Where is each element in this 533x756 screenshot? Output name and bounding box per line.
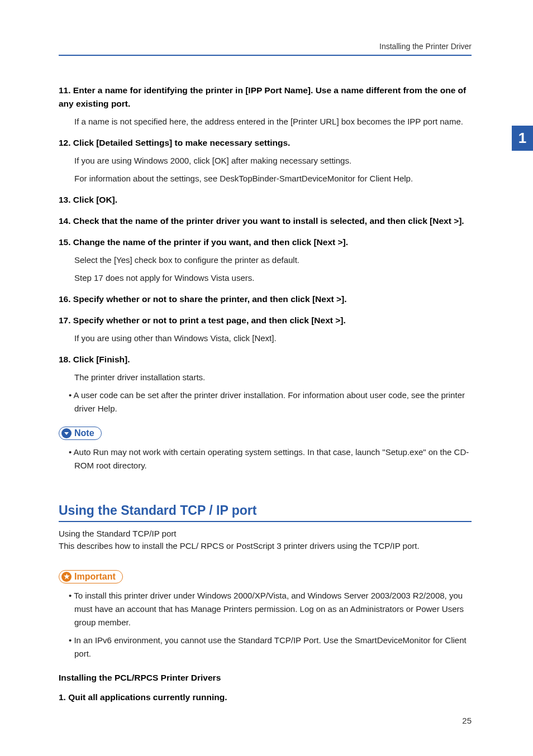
important-label: Important bbox=[74, 572, 116, 582]
step-11: 11. Enter a name for identifying the pri… bbox=[59, 84, 472, 111]
step-1-new: 1. Quit all applications currently runni… bbox=[59, 691, 472, 704]
step-15-body2: Step 17 does not apply for Windows Vista… bbox=[74, 271, 472, 285]
important-bullet2: • In an IPv6 environment, you cannot use… bbox=[69, 634, 472, 661]
chapter-tab: 1 bbox=[512, 126, 533, 151]
page-number: 25 bbox=[462, 716, 472, 725]
step-12: 12. Click [Detailed Settings] to make ne… bbox=[59, 136, 472, 150]
main-content: 11. Enter a name for identifying the pri… bbox=[59, 84, 472, 704]
important-callout: Important bbox=[59, 570, 123, 583]
section-line1: Using the Standard TCP/IP port bbox=[59, 528, 472, 540]
section-line2: This describes how to install the PCL/ R… bbox=[59, 540, 472, 552]
step-13: 13. Click [OK]. bbox=[59, 193, 472, 207]
sub-heading: Installing the PCL/RPCS Printer Drivers bbox=[59, 673, 472, 683]
step-15-body1: Select the [Yes] check box to configure … bbox=[74, 253, 472, 267]
star-icon bbox=[61, 572, 72, 582]
step-18: 18. Click [Finish]. bbox=[59, 353, 472, 366]
step-17: 17. Specify whether or not to print a te… bbox=[59, 314, 472, 327]
important-bullet1: • To install this printer driver under W… bbox=[69, 589, 472, 629]
step-17-body: If you are using other than Windows Vist… bbox=[74, 332, 472, 345]
step-15: 15. Change the name of the printer if yo… bbox=[59, 236, 472, 249]
step-14: 14. Check that the name of the printer d… bbox=[59, 214, 472, 228]
step-12-body2: For information about the settings, see … bbox=[74, 172, 472, 185]
usercode-bullet: • A user code can be set after the print… bbox=[69, 389, 472, 415]
step-16: 16. Specify whether or not to share the … bbox=[59, 293, 472, 306]
step-18-body: The printer driver installation starts. bbox=[74, 371, 472, 384]
down-arrow-icon bbox=[61, 428, 72, 438]
header-title: Installing the Printer Driver bbox=[379, 42, 472, 51]
step-11-body: If a name is not specified here, the add… bbox=[74, 115, 472, 128]
note-callout: Note bbox=[59, 427, 102, 440]
step-12-body1: If you are using Windows 2000, click [OK… bbox=[74, 154, 472, 168]
header-divider bbox=[59, 55, 472, 56]
section-heading: Using the Standard TCP / IP port bbox=[59, 503, 472, 522]
note-label: Note bbox=[74, 428, 94, 438]
note-bullet: • Auto Run may not work with certain ope… bbox=[69, 446, 472, 472]
